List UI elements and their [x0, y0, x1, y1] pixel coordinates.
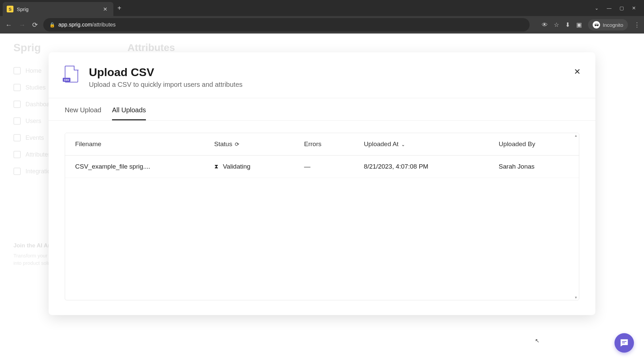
chat-icon: [619, 338, 629, 348]
incognito-label: Incognito: [603, 22, 623, 28]
upload-csv-modal: csv Upload CSV Upload a CSV to quickly i…: [49, 52, 595, 315]
address-bar: ← → ⟳ 🔒 app.sprig.com/attributes 👁 ☆ ⬇ ▣…: [0, 16, 644, 34]
cell-status: ⧗ Validating: [204, 156, 294, 178]
col-status[interactable]: Status⟳: [204, 133, 294, 156]
tab-bar: S Sprig ✕ + ⌄ — ▢ ✕: [0, 0, 644, 16]
csv-file-icon: csv: [65, 66, 81, 84]
tab-new-upload[interactable]: New Upload: [65, 106, 101, 120]
back-button[interactable]: ←: [4, 20, 13, 30]
cell-uploaded-by: Sarah Jonas: [489, 156, 579, 178]
panel-icon[interactable]: ▣: [576, 21, 582, 28]
tab-close-icon[interactable]: ✕: [101, 5, 109, 13]
modal-subtitle: Upload a CSV to quickly import users and…: [89, 81, 243, 88]
forward-button[interactable]: →: [17, 20, 27, 30]
cursor-icon: ↖: [535, 338, 539, 344]
tab-dropdown-icon[interactable]: ⌄: [595, 5, 599, 11]
modal-close-button[interactable]: ✕: [574, 67, 581, 76]
eye-off-icon[interactable]: 👁: [542, 21, 548, 28]
favicon: S: [7, 6, 13, 12]
table-row[interactable]: CSV_example_file sprig.... ⧗ Validating …: [65, 156, 579, 178]
sort-desc-icon: ⌄: [401, 142, 405, 147]
col-uploaded-at[interactable]: Uploaded At⌄: [354, 133, 489, 156]
modal-tabs: New Upload All Uploads: [49, 98, 595, 121]
incognito-icon: 🕶: [593, 21, 600, 28]
modal-overlay[interactable]: csv Upload CSV Upload a CSV to quickly i…: [0, 34, 644, 362]
incognito-badge[interactable]: 🕶 Incognito: [588, 19, 628, 31]
maximize-icon[interactable]: ▢: [620, 5, 624, 11]
tab-all-uploads[interactable]: All Uploads: [112, 106, 146, 120]
scroll-down-icon[interactable]: ▼: [574, 296, 578, 299]
close-window-icon[interactable]: ✕: [632, 5, 636, 11]
uploads-table-wrap: Filename Status⟳ Errors Uploaded At⌄ Upl…: [65, 133, 579, 300]
browser-actions: 👁 ☆ ⬇ ▣ 🕶 Incognito ⋮: [542, 19, 640, 31]
modal-titles: Upload CSV Upload a CSV to quickly impor…: [89, 66, 243, 88]
reload-button[interactable]: ⟳: [31, 19, 39, 30]
bookmark-icon[interactable]: ☆: [554, 21, 559, 28]
col-filename[interactable]: Filename: [65, 133, 204, 156]
scroll-up-icon[interactable]: ▲: [574, 134, 578, 137]
downloads-icon[interactable]: ⬇: [565, 21, 570, 28]
browser-chrome: S Sprig ✕ + ⌄ — ▢ ✕ ← → ⟳ 🔒 app.sprig.co…: [0, 0, 644, 34]
cell-filename: CSV_example_file sprig....: [65, 156, 204, 178]
tab-title: Sprig: [17, 6, 98, 12]
url-bar[interactable]: 🔒 app.sprig.com/attributes: [43, 18, 530, 32]
col-errors[interactable]: Errors: [294, 133, 354, 156]
lock-icon: 🔒: [49, 22, 55, 27]
hourglass-icon: ⧗: [214, 163, 218, 170]
scrollbar[interactable]: ▲ ▼: [574, 134, 578, 299]
page: Sprig Attributes Home Studies Dashboards…: [0, 34, 644, 362]
uploads-table: Filename Status⟳ Errors Uploaded At⌄ Upl…: [65, 133, 579, 178]
refresh-icon[interactable]: ⟳: [235, 141, 239, 147]
minimize-icon[interactable]: —: [607, 5, 611, 11]
table-header-row: Filename Status⟳ Errors Uploaded At⌄ Upl…: [65, 133, 579, 156]
modal-header: csv Upload CSV Upload a CSV to quickly i…: [49, 52, 595, 98]
col-uploaded-by[interactable]: Uploaded By: [489, 133, 579, 156]
browser-tab[interactable]: S Sprig ✕: [3, 2, 113, 16]
menu-icon[interactable]: ⋮: [634, 21, 640, 28]
modal-title: Upload CSV: [89, 66, 243, 79]
new-tab-button[interactable]: +: [113, 4, 125, 12]
intercom-launcher[interactable]: [614, 333, 634, 353]
cell-uploaded-at: 8/21/2023, 4:07:08 PM: [354, 156, 489, 178]
url-text: app.sprig.com/attributes: [58, 22, 116, 28]
cell-errors: —: [294, 156, 354, 178]
window-controls: ⌄ — ▢ ✕: [595, 5, 641, 11]
